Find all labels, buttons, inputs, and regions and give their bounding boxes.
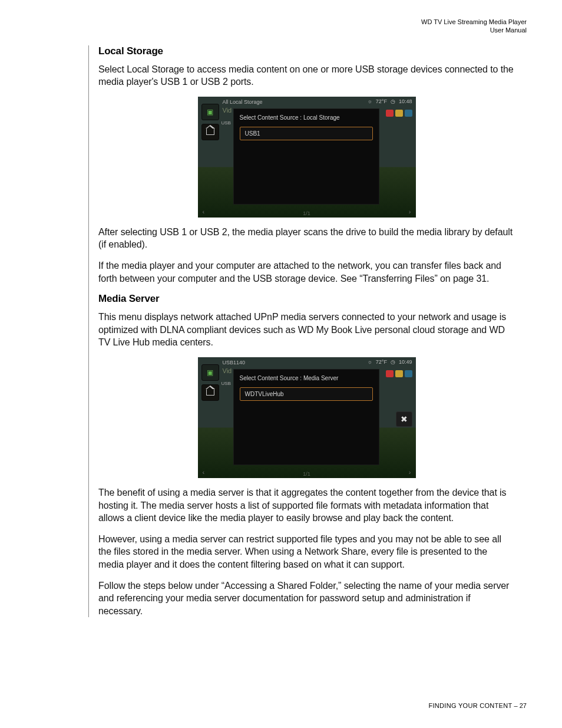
media-type-chips: [386, 370, 412, 377]
pager: 1/1: [198, 210, 416, 216]
home-icon[interactable]: [201, 124, 219, 140]
close-icon: ✖: [401, 414, 408, 424]
home-icon[interactable]: [201, 384, 219, 401]
dialog-item-usb1[interactable]: USB1: [240, 127, 373, 140]
page-header: WD TV Live Streaming Media Player User M…: [35, 18, 527, 35]
manual-content: Local Storage Select Local Storage to ac…: [88, 45, 515, 618]
heading-local-storage: Local Storage: [98, 45, 515, 57]
breadcrumb: USB1140: [223, 360, 246, 365]
dialog-title: Select Content Source : Local Storage: [240, 114, 373, 121]
weather-icon: ☼: [368, 98, 372, 104]
time: 10:49: [399, 359, 412, 365]
status-bar: ☼ 72°F ◷ 10:49: [368, 357, 412, 367]
select-source-dialog: Select Content Source : Local Storage US…: [233, 108, 379, 205]
sidebar: ▣: [201, 364, 219, 404]
video-icon[interactable]: ▣: [201, 104, 219, 120]
sidebar: ▣: [201, 104, 219, 144]
chip-red-icon[interactable]: [386, 110, 394, 117]
footer-sep: –: [513, 702, 520, 709]
temperature: 72°F: [376, 98, 387, 104]
footer-section: FINDING YOUR CONTENT: [428, 702, 512, 709]
media-type-chips: [386, 110, 412, 117]
weather-icon: ☼: [368, 359, 372, 365]
clock-icon: ◷: [391, 359, 395, 365]
close-button[interactable]: ✖: [396, 411, 412, 427]
screenshot-media-server: ▣ USB1140 Vid USB ☼ 72°F ◷ 10:49: [198, 357, 416, 478]
paragraph: Follow the steps below under “Accessing …: [98, 579, 515, 618]
status-bar: ☼ 72°F ◷ 10:48: [368, 97, 412, 106]
pager: 1/1: [198, 471, 416, 477]
page-next-icon[interactable]: ›: [409, 208, 411, 215]
breadcrumb-sub: Vid: [223, 367, 232, 374]
page-next-icon[interactable]: ›: [409, 469, 411, 476]
usb-tag: USB: [222, 381, 231, 386]
chip-yellow-icon[interactable]: [395, 370, 403, 377]
product-name: WD TV Live Streaming Media Player: [35, 18, 527, 26]
paragraph: However, using a media server can restri…: [98, 533, 515, 571]
footer-page-number: 27: [520, 702, 527, 709]
chip-blue-icon[interactable]: [405, 370, 412, 377]
breadcrumb-sub: Vid: [223, 107, 232, 114]
breadcrumb: All Local Storage: [223, 99, 263, 105]
page-footer: FINDING YOUR CONTENT – 27: [428, 702, 527, 709]
doc-type: User Manual: [35, 26, 527, 34]
time: 10:48: [399, 98, 412, 104]
video-icon[interactable]: ▣: [201, 364, 219, 381]
paragraph: After selecting USB 1 or USB 2, the medi…: [98, 226, 515, 251]
dialog-title: Select Content Source : Media Server: [240, 375, 373, 381]
chip-blue-icon[interactable]: [405, 110, 412, 117]
chip-yellow-icon[interactable]: [395, 110, 403, 117]
usb-tag: USB: [222, 120, 231, 126]
heading-media-server: Media Server: [98, 293, 515, 305]
paragraph: If the media player and your computer ar…: [98, 259, 515, 285]
paragraph: This menu displays network attached UPnP…: [98, 311, 515, 349]
chip-red-icon[interactable]: [386, 370, 394, 377]
dialog-item-wdtvlivehub[interactable]: WDTVLiveHub: [240, 387, 373, 401]
screenshot-local-storage: ▣ All Local Storage Vid USB ☼ 72°F ◷ 10:…: [198, 97, 416, 218]
temperature: 72°F: [376, 359, 387, 365]
clock-icon: ◷: [391, 98, 395, 104]
paragraph: The benefit of using a media server is t…: [98, 486, 515, 525]
paragraph: Select Local Storage to access media con…: [98, 63, 515, 88]
select-source-dialog: Select Content Source : Media Server WDT…: [233, 369, 379, 465]
